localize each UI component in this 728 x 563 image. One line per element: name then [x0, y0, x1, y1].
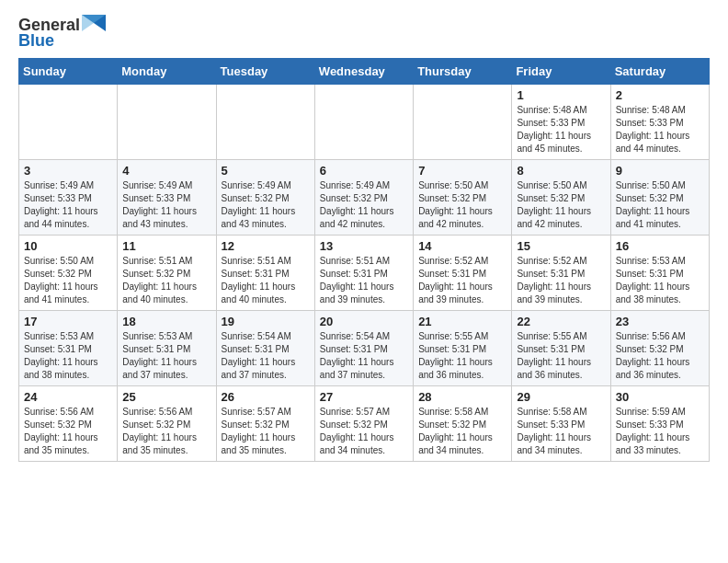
calendar-week-row: 10Sunrise: 5:50 AMSunset: 5:32 PMDayligh… — [19, 236, 710, 311]
day-info: Sunrise: 5:51 AMSunset: 5:31 PMDaylight:… — [320, 255, 408, 306]
day-number: 1 — [517, 88, 605, 102]
calendar-week-row: 3Sunrise: 5:49 AMSunset: 5:33 PMDaylight… — [19, 160, 710, 236]
day-number: 22 — [517, 315, 605, 328]
calendar-cell: 18Sunrise: 5:53 AMSunset: 5:31 PMDayligh… — [118, 311, 216, 386]
col-header-wednesday: Wednesday — [314, 59, 413, 85]
calendar-cell: 12Sunrise: 5:51 AMSunset: 5:31 PMDayligh… — [216, 236, 314, 311]
calendar-cell: 19Sunrise: 5:54 AMSunset: 5:31 PMDayligh… — [216, 311, 314, 386]
day-number: 10 — [24, 239, 112, 253]
day-info: Sunrise: 5:50 AMSunset: 5:32 PMDaylight:… — [517, 179, 605, 231]
day-number: 13 — [320, 239, 408, 253]
col-header-tuesday: Tuesday — [216, 59, 314, 85]
day-info: Sunrise: 5:53 AMSunset: 5:31 PMDaylight:… — [616, 255, 704, 306]
calendar-cell: 8Sunrise: 5:50 AMSunset: 5:32 PMDaylight… — [512, 160, 610, 236]
day-number: 4 — [122, 164, 210, 178]
day-number: 26 — [222, 390, 310, 404]
calendar-cell: 6Sunrise: 5:49 AMSunset: 5:32 PMDaylight… — [314, 160, 413, 236]
calendar-cell: 24Sunrise: 5:56 AMSunset: 5:32 PMDayligh… — [19, 386, 118, 462]
logo-icon — [82, 15, 106, 35]
calendar-cell: 22Sunrise: 5:55 AMSunset: 5:31 PMDayligh… — [512, 311, 610, 386]
calendar-cell: 17Sunrise: 5:53 AMSunset: 5:31 PMDayligh… — [19, 311, 118, 386]
day-info: Sunrise: 5:54 AMSunset: 5:31 PMDaylight:… — [222, 330, 310, 382]
day-number: 17 — [24, 315, 112, 328]
day-number: 11 — [122, 239, 210, 253]
calendar-cell: 2Sunrise: 5:48 AMSunset: 5:33 PMDaylight… — [610, 85, 709, 160]
day-info: Sunrise: 5:51 AMSunset: 5:32 PMDaylight:… — [122, 255, 210, 306]
calendar-cell: 7Sunrise: 5:50 AMSunset: 5:32 PMDaylight… — [414, 160, 512, 236]
day-info: Sunrise: 5:49 AMSunset: 5:32 PMDaylight:… — [320, 179, 408, 231]
calendar-cell — [314, 85, 413, 160]
calendar-cell: 29Sunrise: 5:58 AMSunset: 5:33 PMDayligh… — [512, 386, 610, 462]
day-info: Sunrise: 5:52 AMSunset: 5:31 PMDaylight:… — [517, 255, 605, 306]
day-info: Sunrise: 5:50 AMSunset: 5:32 PMDaylight:… — [418, 179, 506, 231]
day-info: Sunrise: 5:58 AMSunset: 5:32 PMDaylight:… — [418, 406, 506, 457]
calendar-cell: 4Sunrise: 5:49 AMSunset: 5:33 PMDaylight… — [118, 160, 216, 236]
day-number: 2 — [616, 88, 704, 102]
day-info: Sunrise: 5:48 AMSunset: 5:33 PMDaylight:… — [517, 104, 605, 155]
day-info: Sunrise: 5:49 AMSunset: 5:33 PMDaylight:… — [24, 179, 112, 231]
day-number: 18 — [122, 315, 210, 328]
col-header-sunday: Sunday — [19, 59, 118, 85]
day-number: 20 — [320, 315, 408, 328]
day-info: Sunrise: 5:53 AMSunset: 5:31 PMDaylight:… — [122, 330, 210, 382]
day-number: 29 — [517, 390, 605, 404]
calendar-cell: 21Sunrise: 5:55 AMSunset: 5:31 PMDayligh… — [414, 311, 512, 386]
calendar-cell: 3Sunrise: 5:49 AMSunset: 5:33 PMDaylight… — [19, 160, 118, 236]
calendar-cell: 23Sunrise: 5:56 AMSunset: 5:32 PMDayligh… — [610, 311, 709, 386]
day-number: 7 — [418, 164, 506, 178]
day-info: Sunrise: 5:58 AMSunset: 5:33 PMDaylight:… — [517, 406, 605, 457]
day-number: 27 — [320, 390, 408, 404]
day-number: 12 — [222, 239, 310, 253]
day-info: Sunrise: 5:56 AMSunset: 5:32 PMDaylight:… — [122, 406, 210, 457]
day-number: 15 — [517, 239, 605, 253]
day-number: 28 — [418, 390, 506, 404]
day-info: Sunrise: 5:54 AMSunset: 5:31 PMDaylight:… — [320, 330, 408, 382]
day-number: 6 — [320, 164, 408, 178]
logo-blue: Blue — [18, 31, 54, 51]
calendar-cell: 13Sunrise: 5:51 AMSunset: 5:31 PMDayligh… — [314, 236, 413, 311]
day-info: Sunrise: 5:57 AMSunset: 5:32 PMDaylight:… — [222, 406, 310, 457]
day-info: Sunrise: 5:56 AMSunset: 5:32 PMDaylight:… — [616, 330, 704, 382]
calendar-cell: 20Sunrise: 5:54 AMSunset: 5:31 PMDayligh… — [314, 311, 413, 386]
day-info: Sunrise: 5:51 AMSunset: 5:31 PMDaylight:… — [222, 255, 310, 306]
calendar-cell: 1Sunrise: 5:48 AMSunset: 5:33 PMDaylight… — [512, 85, 610, 160]
day-info: Sunrise: 5:55 AMSunset: 5:31 PMDaylight:… — [517, 330, 605, 382]
day-number: 16 — [616, 239, 704, 253]
calendar-cell — [216, 85, 314, 160]
day-number: 24 — [24, 390, 112, 404]
calendar-week-row: 24Sunrise: 5:56 AMSunset: 5:32 PMDayligh… — [19, 386, 710, 462]
day-number: 19 — [222, 315, 310, 328]
calendar-cell: 30Sunrise: 5:59 AMSunset: 5:33 PMDayligh… — [610, 386, 709, 462]
calendar-cell: 15Sunrise: 5:52 AMSunset: 5:31 PMDayligh… — [512, 236, 610, 311]
col-header-friday: Friday — [512, 59, 610, 85]
col-header-saturday: Saturday — [610, 59, 709, 85]
calendar-cell: 9Sunrise: 5:50 AMSunset: 5:32 PMDaylight… — [610, 160, 709, 236]
calendar-cell: 16Sunrise: 5:53 AMSunset: 5:31 PMDayligh… — [610, 236, 709, 311]
day-info: Sunrise: 5:50 AMSunset: 5:32 PMDaylight:… — [616, 179, 704, 231]
day-info: Sunrise: 5:49 AMSunset: 5:33 PMDaylight:… — [122, 179, 210, 231]
calendar-cell — [414, 85, 512, 160]
day-info: Sunrise: 5:52 AMSunset: 5:31 PMDaylight:… — [418, 255, 506, 306]
calendar-cell: 26Sunrise: 5:57 AMSunset: 5:32 PMDayligh… — [216, 386, 314, 462]
calendar-cell: 27Sunrise: 5:57 AMSunset: 5:32 PMDayligh… — [314, 386, 413, 462]
day-number: 5 — [222, 164, 310, 178]
calendar-header-row: SundayMondayTuesdayWednesdayThursdayFrid… — [19, 59, 710, 85]
calendar-cell: 11Sunrise: 5:51 AMSunset: 5:32 PMDayligh… — [118, 236, 216, 311]
calendar-week-row: 17Sunrise: 5:53 AMSunset: 5:31 PMDayligh… — [19, 311, 710, 386]
col-header-thursday: Thursday — [414, 59, 512, 85]
day-info: Sunrise: 5:57 AMSunset: 5:32 PMDaylight:… — [320, 406, 408, 457]
day-number: 14 — [418, 239, 506, 253]
calendar-table: SundayMondayTuesdayWednesdayThursdayFrid… — [18, 58, 710, 462]
day-number: 30 — [616, 390, 704, 404]
day-number: 21 — [418, 315, 506, 328]
day-info: Sunrise: 5:53 AMSunset: 5:31 PMDaylight:… — [24, 330, 112, 382]
day-number: 25 — [122, 390, 210, 404]
calendar-cell — [19, 85, 118, 160]
calendar-week-row: 1Sunrise: 5:48 AMSunset: 5:33 PMDaylight… — [19, 85, 710, 160]
calendar-cell: 28Sunrise: 5:58 AMSunset: 5:32 PMDayligh… — [414, 386, 512, 462]
day-number: 23 — [616, 315, 704, 328]
day-number: 8 — [517, 164, 605, 178]
day-info: Sunrise: 5:49 AMSunset: 5:32 PMDaylight:… — [222, 179, 310, 231]
day-info: Sunrise: 5:48 AMSunset: 5:33 PMDaylight:… — [616, 104, 704, 155]
day-info: Sunrise: 5:59 AMSunset: 5:33 PMDaylight:… — [616, 406, 704, 457]
